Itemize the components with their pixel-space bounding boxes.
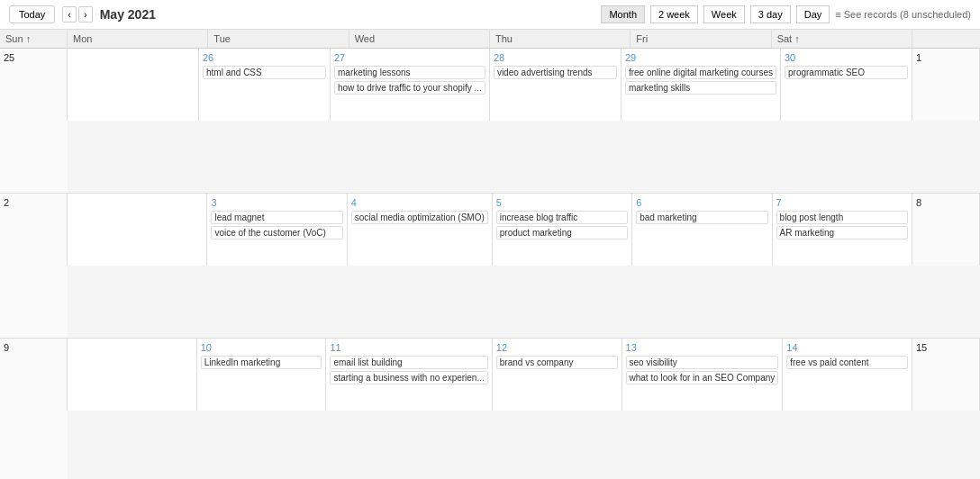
week-num-cell-2: 9 [0, 339, 68, 411]
cal-day-1-0 [68, 194, 207, 266]
cal-day-2-4: 13seo visibilitywhat to look for in an S… [622, 339, 784, 411]
event-0-5-0[interactable]: programmatic SEO [785, 66, 908, 79]
calendar-body: 2526html and CSS27marketing lessonshow t… [0, 49, 980, 479]
col-header-extra [912, 30, 980, 48]
view-week-button[interactable]: Week [703, 5, 745, 23]
records-link[interactable]: ≡ See records (8 unscheduled) [835, 9, 971, 20]
next-button[interactable]: › [78, 6, 93, 23]
cal-day-2-0 [68, 339, 197, 411]
calendar-week-0: 2526html and CSS27marketing lessonshow t… [0, 49, 980, 194]
event-0-1-0[interactable]: html and CSS [203, 66, 326, 79]
event-0-4-0[interactable]: free online digital marketing courses [625, 66, 776, 79]
extra-cell-1 [0, 266, 68, 338]
cal-day-0-2: 27marketing lessonshow to drive traffic … [331, 49, 490, 121]
cal-day-1-3: 5increase blog trafficproduct marketing [493, 194, 632, 266]
event-0-3-0[interactable]: video advertising trends [494, 66, 617, 79]
calendar-header: Sun ↑ Mon Tue Wed Thu Fri Sat ↑ [0, 30, 980, 49]
cal-day-2-3: 12brand vs company [493, 339, 622, 411]
extra-cell-2 [0, 411, 68, 479]
cal-day-2-2: 11email list buildingstarting a business… [326, 339, 492, 411]
cal-day-2-1: 10LinkedIn marketing [197, 339, 327, 411]
col-header-fri: Fri [631, 30, 771, 48]
event-2-3-0[interactable]: brand vs company [496, 356, 618, 369]
event-0-4-1[interactable]: marketing skills [625, 81, 776, 95]
cal-day-0-1: 26html and CSS [199, 49, 331, 121]
cal-day-0-4: 29free online digital marketing coursesm… [622, 49, 781, 121]
col-header-mon: Mon [68, 30, 208, 48]
event-0-2-1[interactable]: how to drive traffic to your shopify ... [334, 81, 485, 95]
event-1-5-0[interactable]: blog post length [776, 211, 908, 224]
view-2week-button[interactable]: 2 week [650, 5, 698, 23]
extra-cell-0 [0, 121, 68, 193]
col-header-sat: Sat ↑ [772, 30, 912, 48]
view-3day-button[interactable]: 3 day [750, 5, 791, 23]
event-1-1-1[interactable]: voice of the customer (VoC) [211, 226, 342, 240]
prev-button[interactable]: ‹ [62, 6, 77, 23]
event-1-3-0[interactable]: increase blog traffic [496, 211, 628, 224]
calendar: Sun ↑ Mon Tue Wed Thu Fri Sat ↑ 2526html… [0, 30, 980, 479]
col-header-thu: Thu [490, 30, 631, 48]
event-1-1-0[interactable]: lead magnet [211, 211, 342, 224]
cal-day-0-5: 30programmatic SEO [781, 49, 912, 121]
view-day-button[interactable]: Day [796, 5, 830, 23]
cal-day-0-0 [68, 49, 199, 121]
event-2-2-0[interactable]: email list building [330, 356, 487, 369]
week-num-cell-1: 2 [0, 194, 68, 266]
month-title: May 2021 [100, 7, 156, 22]
cal-day-1-4: 6bad marketing [632, 194, 772, 266]
cal-day-0-6: 1 [912, 49, 980, 121]
cal-day-1-1: 3lead magnetvoice of the customer (VoC) [207, 194, 347, 266]
view-month-button[interactable]: Month [601, 5, 645, 23]
col-header-sun: Sun ↑ [0, 30, 68, 48]
col-header-tue: Tue [208, 30, 349, 48]
event-0-2-0[interactable]: marketing lessons [334, 66, 485, 79]
event-1-5-1[interactable]: AR marketing [776, 226, 908, 240]
cal-day-1-6: 8 [912, 194, 980, 266]
cal-day-2-5: 14free vs paid content [783, 339, 912, 411]
event-1-3-1[interactable]: product marketing [496, 226, 628, 240]
calendar-week-1: 23lead magnetvoice of the customer (VoC)… [0, 194, 980, 339]
cal-day-2-6: 15 [912, 339, 980, 411]
event-2-5-0[interactable]: free vs paid content [786, 356, 908, 369]
cal-day-0-3: 28video advertising trends [490, 49, 622, 121]
event-2-4-0[interactable]: seo visibility [626, 356, 779, 369]
col-header-wed: Wed [349, 30, 490, 48]
event-2-4-1[interactable]: what to look for in an SEO Company [626, 371, 779, 384]
event-2-1-0[interactable]: LinkedIn marketing [201, 356, 322, 369]
cal-day-1-5: 7blog post lengthAR marketing [773, 194, 912, 266]
event-1-4-0[interactable]: bad marketing [636, 211, 767, 224]
calendar-week-2: 910LinkedIn marketing11email list buildi… [0, 339, 980, 479]
event-2-2-1[interactable]: starting a business with no experien... [330, 371, 487, 384]
week-num-cell-0: 25 [0, 49, 68, 121]
event-1-2-0[interactable]: social media optimization (SMO) [351, 211, 488, 224]
today-button[interactable]: Today [9, 5, 55, 23]
cal-day-1-2: 4social media optimization (SMO) [348, 194, 493, 266]
